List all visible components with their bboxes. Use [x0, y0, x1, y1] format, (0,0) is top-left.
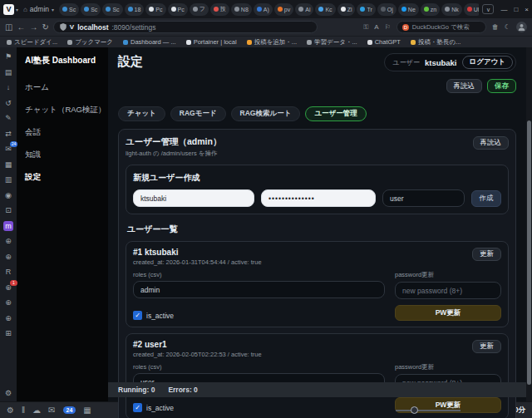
calendar-status-icon[interactable]: ▦: [83, 406, 91, 415]
card-header: ユーザー管理（admin） light-auth の /admin/users …: [126, 136, 509, 158]
save-button[interactable]: 保存: [487, 79, 516, 93]
bookmark-item[interactable]: Dashboard — ...: [123, 38, 176, 46]
twitch-panel-icon[interactable]: m: [3, 221, 13, 231]
translate-icon[interactable]: A: [374, 23, 378, 31]
tasks-panel-icon[interactable]: ▥: [3, 175, 13, 184]
card-reload-button[interactable]: 再読込: [473, 136, 510, 150]
browser-tab[interactable]: Al: [295, 3, 313, 16]
new-password-input[interactable]: [261, 189, 376, 207]
browser-tab[interactable]: Sc: [102, 3, 122, 16]
bookmarks-panel-icon[interactable]: ⚑: [3, 52, 13, 61]
new-username-input[interactable]: [133, 189, 254, 207]
sync-status-icon[interactable]: ⚙: [7, 406, 14, 415]
browser-tab[interactable]: Kc: [315, 3, 335, 16]
back-icon[interactable]: ←: [17, 22, 25, 32]
browser-tab[interactable]: Nk: [441, 3, 462, 16]
r-panel-icon[interactable]: R: [3, 267, 13, 277]
browser-tab[interactable]: A): [254, 3, 273, 16]
sidebar-nav-item[interactable]: ホーム: [25, 76, 100, 99]
web-panel-icon[interactable]: ⊕: [3, 252, 13, 262]
browser-tab[interactable]: Pc: [168, 3, 188, 16]
profiles-icon[interactable]: ☾: [505, 23, 510, 31]
bookmark-item[interactable]: Portainer | local: [186, 38, 237, 46]
browser-tab[interactable]: N8: [231, 3, 252, 16]
page-scrollbar[interactable]: [526, 47, 532, 401]
bookmark-item[interactable]: 投稿・塾長の...: [411, 38, 461, 47]
bookmark-item[interactable]: 投稿を追加・...: [247, 38, 297, 47]
downloads-panel-icon[interactable]: ↓: [3, 82, 13, 92]
bookmark-item[interactable]: スピードダイ...: [7, 38, 57, 47]
scrollbar-thumb[interactable]: [527, 120, 531, 385]
browser-tab[interactable]: Sc: [59, 3, 79, 16]
browser-tab[interactable]: Ul: [464, 3, 480, 16]
browser-tab[interactable]: Ne: [398, 3, 419, 16]
settings-gear-icon[interactable]: ⚙: [3, 388, 13, 398]
bookmark-item[interactable]: ChatGPT: [367, 38, 401, 46]
new-role-input[interactable]: [382, 189, 465, 207]
mail-status-icon[interactable]: ✉: [48, 406, 55, 415]
browser-tab[interactable]: Sc: [81, 3, 101, 16]
sidebar-nav-item[interactable]: 知識: [25, 144, 100, 166]
calendar-panel-icon[interactable]: ▦: [3, 160, 13, 170]
search-input[interactable]: D DuckDuckGo で検索: [397, 21, 486, 33]
add-panel-icon[interactable]: ⊞: [3, 328, 13, 338]
maximize-button[interactable]: □: [514, 6, 518, 13]
vivaldi-menu-button[interactable]: V ▾: [3, 4, 18, 15]
browser-tab[interactable]: フ: [190, 3, 209, 16]
is-active-checkbox[interactable]: ✓: [133, 311, 142, 320]
mail-panel-icon[interactable]: ✉ 24: [3, 144, 13, 154]
browser-tab[interactable]: Pc: [145, 3, 165, 16]
settings-tab[interactable]: チャット: [118, 106, 165, 121]
logout-button[interactable]: ログアウト: [462, 56, 514, 69]
browser-tab[interactable]: Tr: [357, 3, 375, 16]
reading-list-panel-icon[interactable]: ▤: [3, 67, 13, 77]
notes-panel-icon[interactable]: ✎: [3, 113, 13, 123]
contacts-panel-icon[interactable]: ⊡: [3, 205, 13, 215]
zoom-slider[interactable]: [396, 406, 461, 415]
browser-tab[interactable]: Oj: [377, 3, 397, 16]
close-button[interactable]: ×: [525, 6, 529, 13]
reload-button[interactable]: 再読込: [446, 79, 483, 93]
workspace-selector[interactable]: ⌂ admin ▾: [23, 5, 54, 13]
browser-tab[interactable]: Zl: [337, 3, 356, 16]
browser-tab[interactable]: 投: [210, 3, 229, 16]
sync-panel-icon[interactable]: ⇄: [3, 129, 13, 139]
update-user-button[interactable]: 更新: [472, 248, 501, 261]
key-icon[interactable]: ⚿: [363, 23, 368, 32]
web-panel-icon[interactable]: ⊕: [3, 236, 13, 246]
browser-tab[interactable]: zn: [421, 3, 440, 16]
bookmark-item[interactable]: 学習データ・...: [307, 38, 357, 47]
sidebar-nav-item[interactable]: チャット（RAG検証）: [25, 99, 100, 121]
sidebar-nav-item[interactable]: 設定: [25, 166, 100, 189]
update-user-button[interactable]: 更新: [472, 340, 501, 353]
slider-knob[interactable]: [411, 406, 418, 414]
trash-icon[interactable]: 🗑: [492, 23, 499, 31]
create-user-button[interactable]: 作成: [471, 190, 501, 207]
browser-tab[interactable]: 18: [125, 3, 145, 16]
history-panel-icon[interactable]: ↺: [3, 98, 13, 108]
web-panel-icon[interactable]: ⊕: [3, 313, 13, 323]
sidebar-nav-item[interactable]: 会話: [25, 121, 100, 144]
pw-update-button[interactable]: PW更新: [395, 305, 501, 321]
is-active-checkbox[interactable]: ✓: [133, 403, 142, 412]
cloud-icon[interactable]: ☁: [32, 406, 41, 415]
profile-avatar[interactable]: [516, 22, 527, 32]
pause-icon[interactable]: ‖: [22, 406, 25, 415]
settings-tab[interactable]: RAGモード: [170, 106, 226, 121]
panel-toggle-icon[interactable]: ◫: [5, 22, 12, 32]
minimize-button[interactable]: —: [500, 6, 507, 13]
browser-tab[interactable]: pv: [274, 3, 293, 16]
bookmark-item[interactable]: ブックマーク: [67, 38, 113, 47]
bookmark-flag-icon[interactable]: ⚐: [385, 23, 391, 31]
reload-icon[interactable]: ↻: [42, 22, 48, 32]
settings-tab[interactable]: ユーザー管理: [305, 106, 366, 121]
new-password-field[interactable]: [395, 282, 501, 299]
roles-input[interactable]: [133, 281, 385, 298]
tab-stack-toggle[interactable]: v: [482, 4, 494, 14]
forward-icon[interactable]: →: [29, 22, 37, 32]
web-panel-icon[interactable]: ⊕: [3, 298, 13, 307]
notify-panel-icon[interactable]: ⊕ 1: [3, 283, 13, 293]
feeds-panel-icon[interactable]: ◉: [3, 190, 13, 200]
url-field[interactable]: V localhost :8090/settings: [53, 21, 318, 33]
settings-tab[interactable]: RAG検索ルート: [231, 106, 301, 121]
